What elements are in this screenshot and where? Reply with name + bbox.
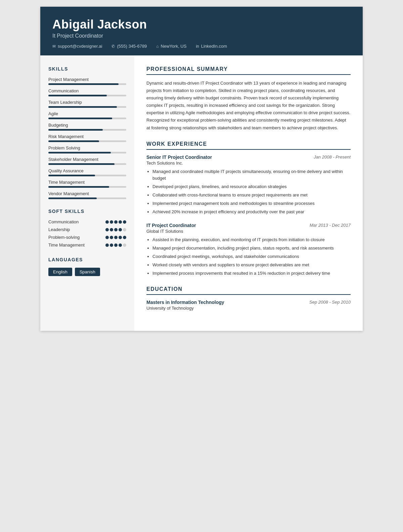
bullet: Managed and coordinated multiple IT proj… [152,168,351,182]
skill-fill [48,118,112,119]
skill-bar [48,140,126,142]
dot [123,243,126,247]
linkedin-icon: in [196,44,199,49]
skill-name: Quality Assurance [48,168,126,173]
phone-icon: ✆ [111,44,115,49]
job-date: Mar 2013 - Dec 2017 [310,223,351,228]
skill-name: Communication [48,88,126,93]
edu-degree: Masters in Information Technology [146,300,224,305]
skill-bar [48,197,126,199]
edu-date: Sep 2008 - Sep 2010 [309,300,351,305]
soft-skill-name: Time Management [48,242,85,248]
skill-fill [48,95,107,96]
skill-bar [48,83,126,85]
work-section: WORK EXPERIENCE Senior IT Project Coordi… [146,141,351,277]
bullet: Developed project plans, timelines, and … [152,183,351,190]
skill-bar [48,106,126,108]
main-content: PROFESSIONAL SUMMARY Dynamic and results… [134,55,363,331]
skill-fill [48,129,103,131]
dot [105,220,109,224]
skill-fill [48,83,119,85]
dot [110,236,113,239]
job-header: Senior IT Project Coordinator Jan 2008 -… [146,154,351,160]
skills-section: SKILLS Project Management Communication … [48,66,126,199]
skill-fill [48,140,99,142]
education-item: Masters in Information Technology Sep 20… [146,300,351,311]
education-title: EDUCATION [146,286,351,295]
dot [105,243,109,247]
dot [110,220,113,224]
job-item: Senior IT Project Coordinator Jan 2008 -… [146,154,351,216]
soft-skill-name: Leadership [48,227,70,232]
skill-name: Project Management [48,77,126,82]
skill-fill [48,163,115,165]
skill-item: Agile [48,111,126,119]
dot [119,236,122,239]
skill-bar [48,152,126,153]
dot [123,228,126,231]
resume-body: SKILLS Project Management Communication … [40,55,363,331]
skill-fill [48,197,97,199]
skill-item: Problem Solving [48,145,126,153]
edu-school: University of Technology [146,306,351,311]
skill-name: Vendor Management [48,191,126,196]
skill-item: Budgeting [48,123,126,131]
skill-bar [48,95,126,96]
soft-skill-row: Leadership [48,227,126,232]
dot [114,220,118,224]
dot [123,236,126,239]
skill-fill [48,152,111,153]
skills-title: SKILLS [48,66,126,72]
soft-skills-section: SOFT SKILLS Communication Leadership Pro… [48,209,126,248]
skills-list: Project Management Communication Team Le… [48,77,126,199]
dot [110,228,113,231]
dot [123,220,126,224]
contact-bar: ✉ support@cvdesigner.ai ✆ (555) 345-6789… [52,44,351,49]
language-badges: EnglishSpanish [48,268,126,276]
dot [114,243,118,247]
edu-header: Masters in Information Technology Sep 20… [146,300,351,305]
sidebar: SKILLS Project Management Communication … [40,55,134,331]
summary-title: PROFESSIONAL SUMMARY [146,66,351,75]
resume-header: Abigail Jackson It Project Coordinator ✉… [40,7,363,55]
email-icon: ✉ [52,44,56,49]
languages-title: LANGUAGES [48,257,126,262]
soft-skill-row: Time Management [48,242,126,248]
dot [114,228,118,231]
skill-name: Time Management [48,180,126,185]
bullet: Achieved 20% increase in project efficie… [152,209,351,216]
education-section: EDUCATION Masters in Information Technol… [146,286,351,311]
dot [105,228,109,231]
dots [105,228,126,231]
job-bullets: Managed and coordinated multiple IT proj… [146,168,351,216]
contact-phone: ✆ (555) 345-6789 [111,44,147,49]
bullet: Implemented project management tools and… [152,200,351,207]
skill-item: Communication [48,88,126,96]
skill-bar [48,175,126,176]
job-title: Senior IT Project Coordinator [146,154,212,160]
dot [105,236,109,239]
resume: Abigail Jackson It Project Coordinator ✉… [40,7,363,331]
job-company: Tech Solutions Inc. [146,161,351,166]
skill-name: Agile [48,111,126,116]
contact-email: ✉ support@cvdesigner.ai [52,44,102,49]
education-list: Masters in Information Technology Sep 20… [146,300,351,311]
skill-item: Stakeholder Management [48,157,126,165]
soft-skill-name: Problem-solving [48,235,80,240]
languages-section: LANGUAGES EnglishSpanish [48,257,126,276]
job-company: Global IT Solutions [146,229,351,234]
skill-name: Problem Solving [48,145,126,150]
contact-location: ⌂ NewYork, US [156,44,186,49]
soft-skill-row: Problem-solving [48,235,126,240]
skill-item: Vendor Management [48,191,126,199]
bullet: Collaborated with cross-functional teams… [152,192,351,199]
dot [119,243,122,247]
bullet: Assisted in the planning, execution, and… [152,236,351,243]
soft-skill-row: Communication [48,219,126,224]
skill-item: Time Management [48,180,126,188]
bullet: Implemented process improvements that re… [152,270,351,277]
soft-skills-list: Communication Leadership Problem-solving… [48,219,126,248]
summary-text: Dynamic and results-driven IT Project Co… [146,80,351,132]
skill-item: Project Management [48,77,126,85]
skill-name: Stakeholder Management [48,157,126,162]
